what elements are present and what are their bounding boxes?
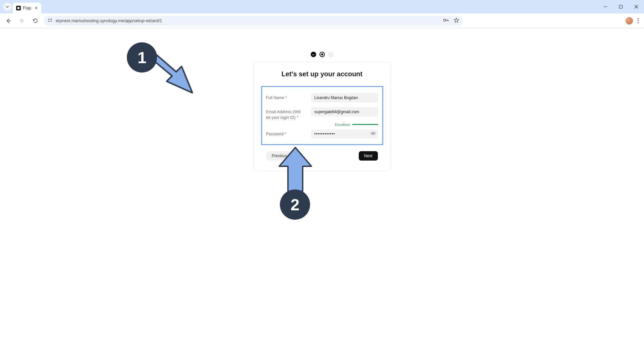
full-name-row: Full Name * [266, 93, 378, 102]
chevron-down-icon [5, 5, 9, 9]
email-input[interactable] [311, 107, 378, 117]
window-controls [598, 0, 644, 13]
password-strength-text: Excellent [335, 123, 350, 127]
email-row: Email Address (Will be your login ID) * [266, 107, 378, 121]
svg-rect-1 [620, 5, 623, 8]
minimize-icon [603, 5, 607, 9]
password-input[interactable] [311, 129, 378, 139]
svg-point-8 [444, 19, 446, 21]
kebab-dot-icon [638, 18, 639, 19]
maximize-button[interactable] [613, 0, 629, 13]
form-highlight-annotation: Full Name * Email Address (Will be your … [261, 86, 383, 145]
svg-rect-6 [48, 21, 50, 22]
reload-button[interactable] [30, 16, 40, 26]
kebab-dot-icon [638, 20, 639, 21]
eye-icon [371, 131, 376, 136]
svg-point-13 [373, 133, 374, 134]
step-3-pending[interactable] [328, 52, 334, 57]
back-arrow-icon [5, 18, 11, 24]
previous-button[interactable]: Previous [266, 151, 293, 161]
bookmark-star-icon[interactable] [454, 17, 459, 24]
annotation-1-circle: 1 [127, 42, 157, 73]
close-window-button[interactable] [629, 0, 644, 13]
annotation-1: 1 [127, 42, 157, 73]
password-key-icon[interactable] [443, 18, 449, 24]
site-settings-icon[interactable] [48, 18, 52, 24]
button-row: Previous Next [266, 151, 378, 161]
step-2-current[interactable] [319, 52, 325, 57]
check-icon [312, 53, 315, 56]
url-text: erpnext.mariushosting.synology.me/app/se… [56, 18, 440, 23]
maximize-icon [619, 5, 623, 9]
email-label: Email Address (Will be your login ID) * [266, 107, 306, 121]
back-button[interactable] [3, 16, 13, 26]
card-title: Let's set up your account [266, 70, 378, 78]
profile-avatar[interactable] [626, 17, 633, 25]
page-content: Let's set up your account Full Name * Em… [0, 28, 644, 171]
tab-title: Frap [23, 6, 31, 10]
annotation-1-arrow-icon [145, 49, 199, 103]
reload-icon [33, 18, 38, 24]
next-button[interactable]: Next [359, 151, 378, 161]
browser-tabbar: Frap ✕ [0, 0, 644, 13]
minimize-button[interactable] [598, 0, 613, 13]
address-bar[interactable]: erpnext.mariushosting.synology.me/app/se… [44, 16, 463, 26]
setup-card: Let's set up your account Full Name * Em… [253, 62, 391, 171]
forward-arrow-icon [19, 18, 25, 24]
wizard-stepper [0, 52, 644, 57]
browser-menu-button[interactable] [638, 18, 639, 23]
kebab-dot-icon [638, 22, 639, 23]
browser-tab[interactable]: Frap ✕ [13, 3, 41, 13]
password-label: Password * [266, 129, 306, 137]
toggle-password-visibility[interactable] [371, 131, 376, 137]
tab-search-dropdown[interactable] [3, 3, 11, 11]
full-name-input[interactable] [311, 93, 378, 102]
annotation-2-circle: 2 [280, 189, 310, 220]
svg-rect-7 [51, 21, 52, 22]
tab-favicon-icon [16, 6, 21, 10]
step-1-done[interactable] [311, 52, 316, 57]
password-strength-row: Excellent [266, 123, 378, 127]
password-row: Password * [266, 129, 378, 139]
full-name-label: Full Name * [266, 93, 306, 101]
forward-button[interactable] [17, 16, 27, 26]
browser-toolbar: erpnext.mariushosting.synology.me/app/se… [0, 13, 644, 28]
close-window-icon [634, 5, 638, 9]
svg-rect-4 [48, 19, 49, 19]
svg-rect-5 [50, 19, 52, 19]
close-icon[interactable]: ✕ [35, 6, 38, 10]
password-strength-bar [352, 124, 378, 125]
